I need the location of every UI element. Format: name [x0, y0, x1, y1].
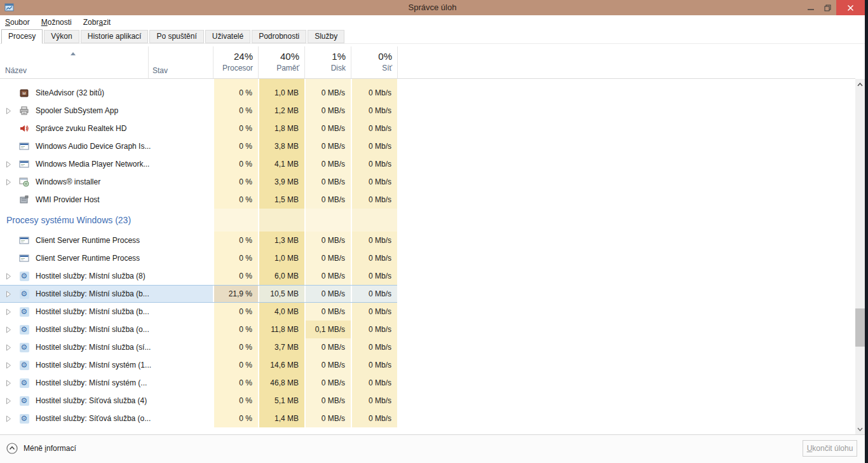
tab-vykon[interactable]: Výkon: [44, 30, 79, 43]
restore-button[interactable]: [819, 0, 836, 15]
process-row[interactable]: ⚙Hostitel služby: Místní systém (...0 %4…: [0, 374, 397, 392]
heat-cell-net: 0 Mb/s: [351, 267, 397, 285]
group-header-row[interactable]: Procesy systému Windows (23): [0, 209, 397, 232]
heat-cell-net: 0 Mb/s: [351, 173, 397, 191]
heat-cell-disk: 0 MB/s: [304, 249, 351, 267]
heat-cell-cpu: 0 %: [213, 232, 258, 249]
heat-cell-mem: 6,0 MB: [258, 267, 304, 285]
menu-soubor[interactable]: Soubor: [5, 18, 30, 27]
heat-cell-mem: 4,0 MB: [258, 303, 304, 321]
process-row[interactable]: Client Server Runtime Process0 %1,0 MB0 …: [0, 249, 397, 267]
disk-total-percent: 1%: [304, 51, 346, 62]
heat-cell-mem: 3,7 MB: [258, 338, 304, 356]
expand-arrow-icon[interactable]: [6, 273, 14, 280]
process-row[interactable]: Spooler SubSystem App0 %1,2 MB0 MB/s0 Mb…: [0, 102, 397, 120]
heat-cell-mem: 14,6 MB: [258, 356, 304, 374]
header-separator: [397, 46, 398, 78]
tab-sluzby[interactable]: Služby: [308, 30, 344, 43]
heat-cell-cpu: 0 %: [213, 191, 258, 209]
scroll-up-button[interactable]: [855, 79, 865, 90]
column-procesor[interactable]: 24% Procesor: [213, 44, 258, 79]
heat-cell-disk: 0,1 MB/s: [304, 321, 351, 338]
header-separator: [148, 46, 149, 78]
close-button[interactable]: [836, 0, 865, 15]
heat-cell-net: 0 Mb/s: [351, 249, 397, 267]
gear-icon: ⚙: [19, 413, 29, 424]
heat-cell-net: 0 Mb/s: [351, 191, 397, 209]
column-disk[interactable]: 1% Disk: [304, 44, 351, 79]
process-row[interactable]: ⚙Hostitel služby: Místní služba (b...0 %…: [0, 303, 397, 321]
scroll-down-button[interactable]: [855, 424, 865, 434]
heat-cell-mem: 1,8 MB: [258, 120, 304, 137]
heat-cell-net: [351, 209, 397, 232]
heat-cell-disk: 0 MB/s: [304, 410, 351, 427]
heat-cell-disk: 0 MB/s: [304, 120, 351, 137]
process-name: Client Server Runtime Process: [36, 254, 140, 263]
process-row[interactable]: ⚙Hostitel služby: Místní systém (1...0 %…: [0, 356, 397, 374]
process-name: WMI Provider Host: [36, 195, 100, 204]
menu-zobrazit[interactable]: Zobrazit: [83, 18, 111, 27]
process-name: Hostitel služby: Místní služba (b...: [36, 289, 149, 298]
process-row[interactable]: MSiteAdvisor (32 bitů)0 %1,0 MB0 MB/s0 M…: [0, 84, 397, 102]
column-stav[interactable]: Stav: [153, 66, 168, 75]
heat-cell-disk: 0 MB/s: [304, 232, 351, 249]
menu-moznosti[interactable]: Možnosti: [41, 18, 72, 27]
tab-po-spusteni[interactable]: Po spuštění: [149, 30, 203, 43]
heat-cell-cpu: [213, 209, 258, 232]
vertical-scrollbar[interactable]: [855, 79, 865, 434]
heat-cell-disk: [304, 79, 351, 84]
process-row[interactable]: ⚙Hostitel služby: Místní služba (sí...0 …: [0, 338, 397, 356]
heat-cell-mem: [258, 209, 304, 232]
process-row[interactable]: Windows Media Player Network...0 %4,1 MB…: [0, 155, 397, 173]
heat-cell-cpu: [213, 79, 258, 84]
tab-historie-aplikaci[interactable]: Historie aplikací: [81, 30, 149, 43]
less-info-button[interactable]: Méně informací: [6, 443, 76, 454]
process-row[interactable]: Windows® installer0 %3,9 MB0 MB/s0 Mb/s: [0, 173, 397, 191]
screen: Správce úloh Soubor Možnosti Zobrazit Pr…: [0, 0, 868, 463]
process-row[interactable]: WMI Provider Host0 %1,5 MB0 MB/s0 Mb/s: [0, 191, 397, 209]
expand-arrow-icon[interactable]: [6, 291, 14, 298]
expand-arrow-icon[interactable]: [6, 179, 14, 186]
column-nazev[interactable]: Název: [5, 66, 27, 75]
heat-cell-cpu: 0 %: [213, 102, 258, 120]
expand-arrow-icon[interactable]: [6, 344, 14, 351]
heat-cell-net: 0 Mb/s: [351, 356, 397, 374]
process-row[interactable]: Správce zvuku Realtek HD0 %1,8 MB0 MB/s0…: [0, 120, 397, 137]
expand-arrow-icon[interactable]: [6, 397, 14, 404]
column-pamet[interactable]: 40% Paměť: [258, 44, 304, 79]
column-sit[interactable]: 0% Síť: [351, 44, 397, 79]
process-list: MSiteAdvisor (32 bitů)0 %1,0 MB0 MB/s0 M…: [0, 79, 855, 434]
process-row[interactable]: ⚙Hostitel služby: Síťová služba (o...0 %…: [0, 410, 397, 427]
heat-cell-cpu: 0 %: [213, 338, 258, 356]
tab-procesy[interactable]: Procesy: [1, 29, 43, 44]
expand-arrow-icon[interactable]: [6, 415, 14, 422]
process-name: Hostitel služby: Místní služba (o...: [36, 325, 149, 334]
expand-arrow-icon[interactable]: [6, 107, 14, 114]
heat-cell-net: [351, 79, 397, 84]
end-task-button[interactable]: Ukončit úlohu: [803, 440, 857, 457]
expand-arrow-icon[interactable]: [6, 308, 14, 315]
heat-cell-disk: 0 MB/s: [304, 374, 351, 392]
process-name: Hostitel služby: Místní systém (1...: [36, 361, 151, 370]
process-row[interactable]: ⚙Hostitel služby: Místní služba (o...0 %…: [0, 321, 397, 338]
process-row[interactable]: ⚙Hostitel služby: Místní služba (8)0 %6,…: [0, 267, 397, 285]
minimize-button[interactable]: [802, 0, 819, 15]
expand-arrow-icon[interactable]: [6, 380, 14, 387]
heat-cell-mem: 1,5 MB: [258, 191, 304, 209]
chevron-up-icon: [857, 83, 863, 86]
expand-arrow-icon[interactable]: [6, 161, 14, 168]
process-name: Spooler SubSystem App: [36, 106, 118, 115]
tab-podrobnosti[interactable]: Podrobnosti: [252, 30, 306, 43]
heat-cell-mem: [258, 79, 304, 84]
process-row[interactable]: ⚙Hostitel služby: Místní služba (b...21,…: [0, 285, 397, 303]
expand-arrow-icon[interactable]: [6, 326, 14, 333]
process-row[interactable]: Windows Audio Device Graph Is...0 %3,8 M…: [0, 137, 397, 155]
expand-arrow-icon[interactable]: [6, 362, 14, 369]
process-row[interactable]: ⚙Hostitel služby: Síťová služba (4)0 %5,…: [0, 392, 397, 410]
heat-cell-cpu: 0 %: [213, 392, 258, 410]
heat-cell-net: 0 Mb/s: [351, 374, 397, 392]
process-row[interactable]: Client Server Runtime Process0 %1,3 MB0 …: [0, 232, 397, 249]
scrollbar-thumb[interactable]: [855, 308, 865, 347]
tab-uzivatele[interactable]: Uživatelé: [205, 30, 250, 43]
gear-icon: ⚙: [19, 271, 29, 281]
